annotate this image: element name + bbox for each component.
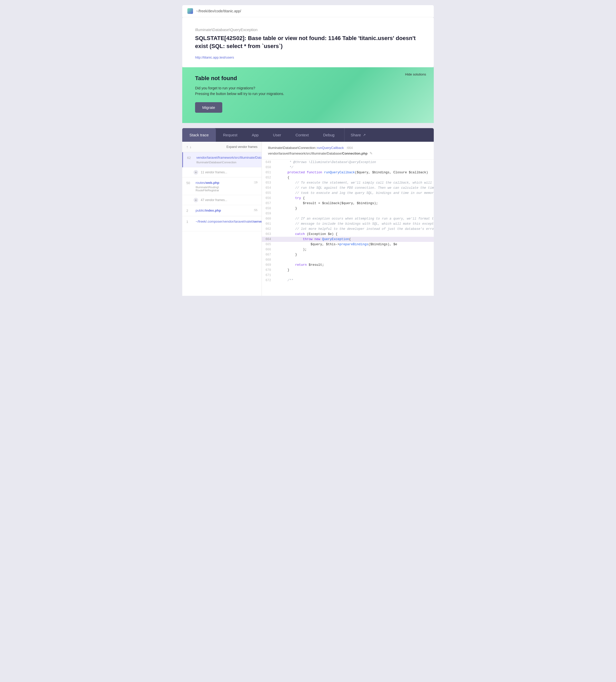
frame-item[interactable]: 1 ~/freek/.composer/vendor/laravel/valet…	[182, 216, 262, 231]
frame-content: public/index.php :55	[195, 208, 257, 213]
exception-url[interactable]: http://titanic.app.test/users	[195, 55, 234, 59]
code-line: 661 // message to include the bindings w…	[262, 221, 434, 226]
solutions-line2: Pressing the button below will try to ru…	[195, 92, 284, 96]
code-file-path: vendor/laravel/framework/src/Illuminate/…	[268, 151, 428, 155]
edit-icon[interactable]: ✎	[370, 151, 373, 155]
exception-class: Illuminate\Database\QueryException	[195, 27, 421, 32]
code-line: 651 protected function runQueryCallback(…	[262, 170, 434, 175]
line-content	[275, 211, 434, 212]
line-number: 664	[262, 237, 275, 242]
frame-item[interactable]: 2 public/index.php :55	[182, 205, 262, 216]
tabs-section: Stack trace Request App User Context Deb…	[182, 128, 434, 142]
frame-number: 50	[186, 181, 193, 185]
tab-context[interactable]: Context	[288, 128, 316, 142]
line-content: );	[275, 247, 434, 252]
share-button[interactable]: Share ↗	[344, 128, 372, 142]
frame-file: routes/web.php :19	[195, 181, 257, 185]
line-content: return $result;	[275, 263, 434, 267]
line-number: 654	[262, 186, 275, 190]
hide-solutions-button[interactable]: Hide solutions	[405, 72, 426, 76]
line-number: 649	[262, 160, 275, 165]
frame-class: Illuminate\Database\Connection	[196, 161, 262, 164]
code-area: 649 * @throws \Illuminate\Database\Query…	[262, 160, 434, 283]
line-number: 653	[262, 181, 275, 185]
line-number: 651	[262, 170, 275, 175]
tabs-nav: Stack trace Request App User Context Deb…	[182, 128, 434, 142]
code-line: 671	[262, 273, 434, 278]
line-number: 650	[262, 165, 275, 170]
frame-content: ~/freek/.composer/vendor/laravel/valet/s…	[195, 219, 262, 228]
line-content: // lot more helpful to the developer ins…	[275, 227, 434, 231]
arrow-up-icon[interactable]: ↑	[186, 145, 188, 149]
line-content: protected function runQueryCallback($que…	[275, 170, 434, 175]
code-line: 667 }	[262, 252, 434, 257]
code-class-name: Illuminate\Database\Connection::runQuery…	[268, 146, 428, 150]
frame-number: 2	[186, 208, 193, 212]
tab-stack-trace[interactable]: Stack trace	[182, 128, 216, 142]
line-number: 665	[262, 242, 275, 247]
vendor-frames-label: 11 vendor frames...	[201, 170, 227, 174]
line-number: 658	[262, 206, 275, 211]
line-number: 672	[262, 278, 275, 283]
frame-content: routes/web.php :19 Illuminate\Routing\Ro…	[195, 181, 257, 192]
code-line: 654 // run the SQL against the PDO conne…	[262, 185, 434, 190]
line-number: 668	[262, 257, 275, 262]
code-line: 669 return $result;	[262, 263, 434, 268]
line-content: // To execute the statement, we'll simpl…	[275, 181, 434, 185]
expand-vendor-button[interactable]: Expand vendor frames	[227, 145, 257, 149]
line-number: 655	[262, 191, 275, 196]
frames-panel: ↑ ↓ Expand vendor frames 62 vendor/larav…	[182, 142, 262, 296]
browser-path: ~/freek/dev/code/titanic.app/	[196, 9, 241, 13]
line-content: */	[275, 165, 434, 170]
line-content	[275, 257, 434, 258]
tab-user[interactable]: User	[266, 128, 288, 142]
app-logo-icon	[187, 8, 193, 14]
class-method: Illuminate\Database\Connection::runQuery…	[268, 146, 344, 150]
expand-vendor-icon-2: +	[193, 198, 198, 202]
migrate-button[interactable]: Migrate	[195, 102, 222, 113]
code-line: 652 {	[262, 175, 434, 180]
line-content: }	[275, 252, 434, 257]
file-path-dir: vendor/laravel/framework/src/Illuminate/…	[268, 152, 368, 155]
code-header: Illuminate\Database\Connection::runQuery…	[262, 142, 434, 160]
vendor-frames-collapsed-2[interactable]: + 47 vendor frames...	[182, 195, 262, 205]
tab-app[interactable]: App	[244, 128, 266, 142]
line-number: 666	[262, 247, 275, 252]
frame-item[interactable]: 62 vendor/laravel/framework/src/Illumina…	[182, 152, 262, 167]
tab-request[interactable]: Request	[216, 128, 244, 142]
code-line: 662 // lot more helpful to the developer…	[262, 226, 434, 232]
line-number: 660	[262, 217, 275, 221]
frame-file: public/index.php :55	[195, 208, 257, 213]
solutions-text: Did you forget to run your migrations? P…	[195, 85, 421, 97]
code-panel: Illuminate\Database\Connection::runQuery…	[262, 142, 434, 296]
line-content: }	[275, 268, 434, 272]
frame-line: :55	[254, 208, 257, 212]
frame-number: 1	[186, 219, 193, 224]
arrow-down-icon[interactable]: ↓	[190, 145, 191, 149]
code-line: 649 * @throws \Illuminate\Database\Query…	[262, 160, 434, 165]
vendor-frames-label-2: 47 vendor frames...	[201, 198, 227, 202]
main-container: ~/freek/dev/code/titanic.app/ Illuminate…	[182, 5, 434, 296]
share-icon: ↗	[363, 133, 366, 137]
line-number: 661	[262, 222, 275, 226]
code-line: 670 }	[262, 268, 434, 273]
solutions-card: Hide solutions Table not found Did you f…	[182, 67, 434, 123]
frame-file: vendor/laravel/framework/src/Illuminate/…	[196, 155, 262, 160]
line-content: * @throws \Illuminate\Database\QueryExce…	[275, 160, 434, 165]
tab-debug[interactable]: Debug	[316, 128, 341, 142]
line-content: $result = $callback($query, $bindings);	[275, 201, 434, 206]
solutions-title: Table not found	[195, 75, 421, 82]
line-number: 670	[262, 268, 275, 272]
line-number: 659	[262, 211, 275, 216]
class-line: :664	[346, 146, 353, 150]
line-content: $query, $this->prepareBindings($bindings…	[275, 242, 434, 247]
line-content: // message to include the bindings with …	[275, 222, 434, 226]
line-content: throw new QueryException(	[275, 237, 434, 242]
frame-item[interactable]: 50 routes/web.php :19 Illuminate\Routing…	[182, 177, 262, 195]
code-line: 663 catch (Exception $e) {	[262, 232, 434, 237]
vendor-frames-collapsed[interactable]: + 11 vendor frames...	[182, 167, 262, 177]
exception-message: SQLSTATE[42S02]: Base table or view not …	[195, 35, 421, 50]
code-line: 660 // If an exception occurs when attem…	[262, 216, 434, 221]
frame-line: :19	[254, 181, 257, 184]
line-content: }	[275, 206, 434, 211]
